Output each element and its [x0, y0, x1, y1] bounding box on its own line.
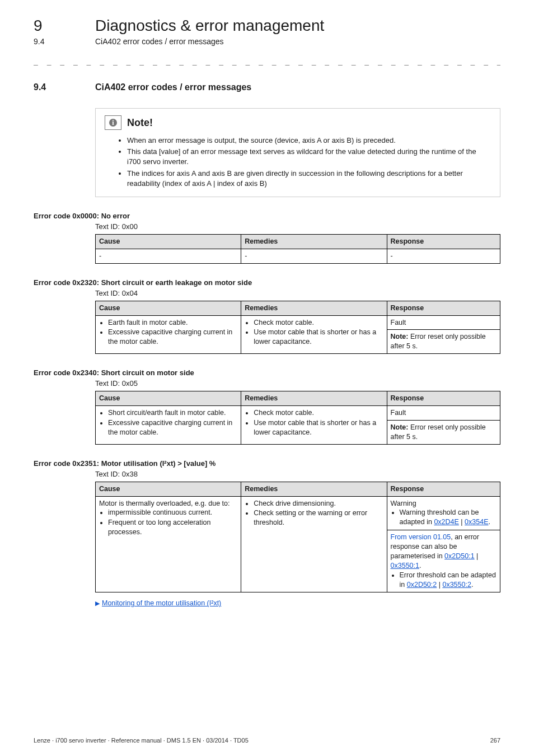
- footer-page-number: 267: [490, 737, 500, 744]
- cell-response: Fault: [387, 315, 500, 330]
- cell-remedies: Check motor cable. Use motor cable that …: [241, 315, 387, 354]
- cell-remedies: Check drive dimensioning. Check setting …: [241, 496, 387, 592]
- cell-response: Warning Warning threshold can be adapted…: [387, 496, 500, 530]
- error-heading: Error code 0x2351: Motor utilisation (I²…: [34, 459, 500, 468]
- response-item: Error threshold can be adapted in 0x2D50…: [400, 571, 496, 590]
- cell-remedies: Check motor cable. Use motor cable that …: [241, 406, 387, 445]
- cell-cause: Short circuit/earth fault in motor cable…: [96, 406, 241, 445]
- text-id: Text ID: 0x00: [95, 222, 500, 231]
- text-id: Text ID: 0x38: [95, 470, 500, 478]
- th-cause: Cause: [96, 301, 241, 315]
- text-id: Text ID: 0x05: [95, 379, 500, 388]
- error-table: Cause Remedies Response - - -: [95, 234, 500, 264]
- cause-item: impermissible continuous current.: [108, 508, 237, 517]
- error-heading: Error code 0x2320: Short circuit or eart…: [34, 278, 500, 287]
- th-response: Response: [387, 301, 500, 315]
- note-list: When an error message is output, the sou…: [105, 136, 491, 189]
- index-link[interactable]: 0x2D50:2: [407, 581, 437, 589]
- cell-cause: Earth fault in motor cable. Excessive ca…: [96, 315, 241, 354]
- cause-item: Excessive capacitive charging current in…: [108, 418, 237, 437]
- index-link[interactable]: 0x3550:2: [442, 581, 471, 589]
- chapter-title: Diagnostics & error management: [95, 17, 324, 35]
- index-link[interactable]: 0x2D50:1: [444, 552, 475, 560]
- page-footer: Lenze · i700 servo inverter · Reference …: [34, 737, 500, 744]
- th-remedies: Remedies: [241, 234, 387, 249]
- index-link[interactable]: 0x3550:1: [391, 562, 419, 570]
- cell-cause: Motor is thermally overloaded, e.g. due …: [96, 496, 241, 592]
- section-title-small: CiA402 error codes / error messages: [95, 37, 224, 46]
- cell-remedies: -: [241, 249, 387, 263]
- section-heading: 9.4 CiA402 error codes / error messages: [34, 82, 500, 92]
- th-response: Response: [387, 391, 500, 406]
- cause-text: Motor is thermally overloaded, e.g. due …: [99, 500, 229, 507]
- chapter-number: 9: [34, 17, 95, 35]
- remedy-item: Check drive dimensioning.: [254, 499, 383, 508]
- section-number-small: 9.4: [34, 37, 95, 46]
- note-bullet: This data [value] of an error message te…: [127, 147, 491, 167]
- cell-response-note: From version 01.05, an error response ca…: [387, 530, 500, 592]
- note-label: Note!: [127, 117, 153, 129]
- th-response: Response: [387, 234, 500, 249]
- triangle-icon: ▶: [95, 600, 100, 606]
- remedy-item: Check motor cable.: [254, 318, 383, 328]
- cell-response: -: [387, 249, 500, 263]
- footer-left: Lenze · i700 servo inverter · Reference …: [34, 737, 249, 744]
- section-number: 9.4: [34, 82, 95, 92]
- text-id: Text ID: 0x04: [95, 289, 500, 297]
- error-heading: Error code 0x2340: Short circuit on moto…: [34, 368, 500, 377]
- info-icon: i: [105, 115, 121, 130]
- th-response: Response: [387, 482, 500, 496]
- cause-item: Earth fault in motor cable.: [108, 318, 237, 328]
- index-link[interactable]: 0x354E: [465, 518, 488, 526]
- table-row: Short circuit/earth fault in motor cable…: [96, 406, 500, 421]
- page-subheader: 9.4 CiA402 error codes / error messages: [34, 37, 500, 46]
- remedy-item: Use motor cable that is shorter or has a…: [254, 328, 383, 347]
- th-cause: Cause: [96, 482, 241, 496]
- table-row: Earth fault in motor cable. Excessive ca…: [96, 315, 500, 330]
- response-label: Warning: [391, 500, 416, 507]
- page-header: 9 Diagnostics & error management: [34, 17, 500, 35]
- cell-response: Fault: [387, 406, 500, 421]
- cell-response-note: Note: Error reset only possible after 5 …: [387, 330, 500, 354]
- remedy-item: Check setting or the warning or error th…: [254, 508, 383, 528]
- version-note: From version 01.05: [391, 533, 451, 541]
- cause-item: Excessive capacitive charging current in…: [108, 328, 237, 347]
- cross-reference-link[interactable]: Monitoring of the motor utilisation (I²x…: [102, 599, 221, 607]
- error-table: Cause Remedies Response Motor is thermal…: [95, 482, 500, 593]
- note-prefix: Note:: [391, 423, 409, 431]
- remedy-item: Check motor cable.: [254, 408, 383, 418]
- cause-item: Frequent or too long acceleration proces…: [108, 518, 237, 537]
- table-row: Motor is thermally overloaded, e.g. due …: [96, 496, 500, 530]
- cell-cause: -: [96, 249, 241, 263]
- table-row: - - -: [96, 249, 500, 263]
- error-table: Cause Remedies Response Short circuit/ea…: [95, 391, 500, 445]
- note-bullet: When an error message is output, the sou…: [127, 136, 491, 146]
- index-link[interactable]: 0x2D4E: [434, 518, 458, 526]
- note-box: i Note! When an error message is output,…: [95, 108, 500, 197]
- error-heading: Error code 0x0000: No error: [34, 212, 500, 220]
- th-remedies: Remedies: [241, 391, 387, 406]
- error-table: Cause Remedies Response Earth fault in m…: [95, 301, 500, 354]
- cause-item: Short circuit/earth fault in motor cable…: [108, 408, 237, 418]
- th-remedies: Remedies: [241, 301, 387, 315]
- th-cause: Cause: [96, 391, 241, 406]
- divider-dashline: _ _ _ _ _ _ _ _ _ _ _ _ _ _ _ _ _ _ _ _ …: [34, 57, 500, 66]
- note-bullet: The indices for axis A and axis B are gi…: [127, 169, 491, 189]
- th-remedies: Remedies: [241, 482, 387, 496]
- section-title: CiA402 error codes / error messages: [95, 82, 251, 92]
- remedy-item: Use motor cable that is shorter or has a…: [254, 418, 383, 437]
- response-item: Warning threshold can be adapted in 0x2D…: [400, 508, 496, 527]
- th-cause: Cause: [96, 234, 241, 249]
- cell-response-note: Note: Error reset only possible after 5 …: [387, 420, 500, 444]
- note-prefix: Note:: [391, 333, 409, 340]
- followup-link-row: ▶Monitoring of the motor utilisation (I²…: [95, 599, 500, 607]
